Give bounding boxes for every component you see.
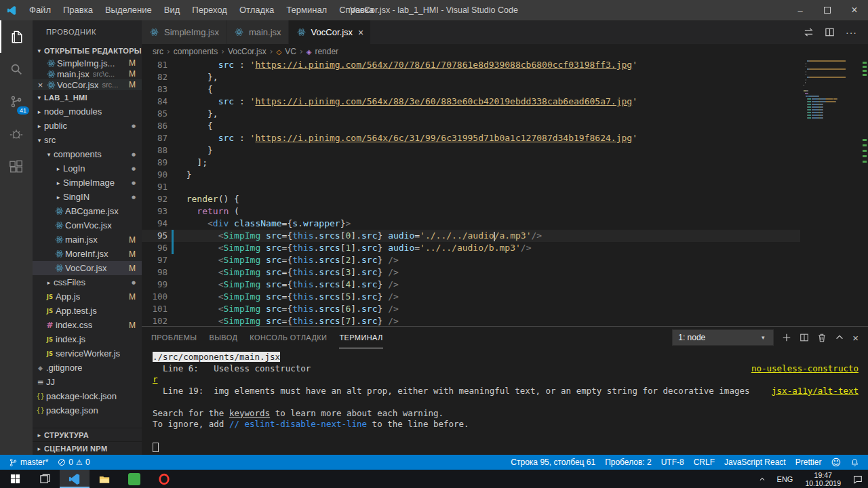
open-editors-section-header[interactable]: ▾ ОТКРЫТЫЕ РЕДАКТОРЫ [33,43,142,58]
cursor-position[interactable]: Строка 95, столбец 61 [506,455,600,470]
minimap[interactable] [803,60,861,120]
menu-item-5[interactable]: Отладка [233,0,280,20]
code-area[interactable]: 81 src : 'https://i.pinimg.com/564x/70/7… [142,59,800,326]
terminal-output[interactable]: ./src/components/main.jsx Line 6: Useles… [142,348,868,455]
tab-simpleimg-jsx[interactable]: SimpleImg.jsx [142,20,226,44]
menu-item-2[interactable]: Выделение [99,0,158,20]
language-mode[interactable]: JavaScript React [719,455,791,470]
maximize-button[interactable] [814,0,841,20]
eslint-rule-link[interactable]: jsx-a11y/alt-text [772,386,859,396]
code-line-88[interactable]: 88 } [142,144,800,157]
encoding-setting[interactable]: UTF-8 [656,455,689,470]
tree-item-moreinf-jsx[interactable]: MoreInf.jsxM [33,247,142,261]
tree-item-public[interactable]: ▸public● [33,119,142,133]
code-line-91[interactable]: 91 [142,181,800,193]
feedback-smiley-icon[interactable]: ☺ [826,455,846,470]
tree-item-gitignore[interactable]: ◆.gitignore [33,361,142,375]
git-branch-indicator[interactable]: master* [4,455,53,470]
eslint-rule-link[interactable]: r [153,374,158,384]
split-terminal-icon[interactable] [800,333,809,342]
breadcrumb-item-components[interactable]: components [174,47,218,56]
menu-item-4[interactable]: Переход [186,0,233,20]
split-editor-icon[interactable] [825,27,835,37]
eol-setting[interactable]: CRLF [689,455,719,470]
tree-item-components[interactable]: ▾components● [33,147,142,161]
tree-item-src[interactable]: ▾src [33,133,142,147]
tray-language-indicator[interactable]: ENG [772,470,799,488]
tab-voccor-jsx[interactable]: VocCor.jsx× [289,20,372,44]
code-line-84[interactable]: 84 src : 'https://i.pinimg.com/564x/88/3… [142,96,800,108]
tree-item-app-js[interactable]: JSApp.jsM [33,289,142,304]
tree-item-voccor-jsx[interactable]: VocCor.jsxM [33,261,142,275]
tree-item-simpleimage[interactable]: ▸SimpleImage● [33,176,142,190]
npm-scripts-section-header[interactable]: ▸ СЦЕНАРИИ NPM [33,441,142,455]
tray-notifications-icon[interactable] [848,470,868,488]
terminal-instance-dropdown[interactable]: 1: node ▾ [672,329,774,346]
taskbar-app-opera[interactable] [149,470,179,488]
code-line-100[interactable]: 100 <SimpImg src={this.srcs[5].src} /> [142,291,800,303]
breadcrumb-item-vc[interactable]: VC [285,47,296,56]
code-line-83[interactable]: 83 { [142,83,800,96]
close-icon[interactable]: × [35,80,45,90]
close-button[interactable]: × [841,0,868,20]
maximize-panel-icon[interactable] [835,333,844,342]
breadcrumb-item-voccor-jsx[interactable]: VocCor.jsx [228,47,267,56]
breadcrumb-item-src[interactable]: src [153,47,163,56]
kill-terminal-trash-icon[interactable] [817,333,827,342]
panel-tab-item[interactable]: ВЫВОД [209,327,237,348]
tree-item-package-json[interactable]: {}package.json [33,403,142,418]
start-button[interactable] [0,470,30,488]
indentation-setting[interactable]: Пробелов: 2 [600,455,656,470]
menu-item-1[interactable]: Правка [57,0,99,20]
tree-item-main-jsx[interactable]: main.jsxM [33,232,142,247]
tree-item-index-js[interactable]: JSindex.js [33,332,142,346]
close-icon[interactable]: × [358,27,363,38]
explorer-icon[interactable] [0,20,33,53]
tray-chevron-up-icon[interactable] [753,470,772,488]
code-line-94[interactable]: 94 <div className={s.wrapper}> [142,218,800,230]
code-line-87[interactable]: 87 src : 'https://i.pinimg.com/564x/6c/3… [142,132,800,144]
tree-item-abcgame-jsx[interactable]: ABCgame.jsx [33,204,142,218]
taskbar-app-green[interactable] [119,470,149,488]
code-line-97[interactable]: 97 <SimpImg src={this.srcs[2].src} /> [142,254,800,266]
open-editor-simpleimg-js[interactable]: SimpleImg.js...M [33,58,142,68]
menu-item-0[interactable]: Файл [23,0,57,20]
open-editor-voccor-jsx[interactable]: ×VocCor.jsxsrc...M [33,79,142,90]
code-line-102[interactable]: 102 <SimpImg src={this.srcs[7].src} /> [142,315,800,326]
code-line-95[interactable]: 95 <SimpImg src={this.srcs[0].src} audio… [142,230,800,242]
project-section-header[interactable]: ▾ LAB_1_HMI [33,90,142,104]
code-line-82[interactable]: 82 }, [142,71,800,83]
tree-item-node-modules[interactable]: ▸node_modules [33,104,142,119]
panel-tab-item[interactable]: ПРОБЛЕМЫ [151,327,197,348]
tree-item-serviceworker-js[interactable]: JSserviceWorker.js [33,346,142,361]
eslint-rule-link[interactable]: no-useless-constructo [751,363,859,373]
notifications-bell-icon[interactable] [846,455,864,470]
taskbar-app-file-explorer[interactable] [90,470,119,488]
panel-tab-item[interactable]: КОНСОЛЬ ОТЛАДКИ [250,327,327,348]
minimize-button[interactable]: – [787,0,814,20]
tree-item-comvoc-jsx[interactable]: ComVoc.jsx [33,218,142,232]
code-line-81[interactable]: 81 src : 'https://i.pinimg.com/564x/70/7… [142,59,800,71]
tree-item-login[interactable]: ▸LogIn● [33,161,142,176]
problems-indicator[interactable]: 0 ⚠ 0 [53,455,94,470]
tray-clock[interactable]: 19:47 10.10.2019 [798,470,848,488]
task-view-icon[interactable] [30,470,60,488]
search-icon[interactable] [0,53,33,85]
new-terminal-icon[interactable] [782,333,791,342]
code-line-85[interactable]: 85 }, [142,108,800,120]
code-line-98[interactable]: 98 <SimpImg src={this.srcs[3].src} /> [142,266,800,279]
outline-section-header[interactable]: ▸ СТРУКТУРА [33,428,142,441]
breadcrumb-item-render[interactable]: render [315,47,338,56]
taskbar-app-vscode[interactable] [60,470,90,488]
tree-item-package-lock-json[interactable]: {}package-lock.json [33,389,142,403]
close-panel-icon[interactable]: × [852,332,859,344]
menu-item-6[interactable]: Терминал [280,0,333,20]
tree-item-jj[interactable]: ≡JJ [33,375,142,389]
tab-main-jsx[interactable]: main.jsx [226,20,289,44]
code-line-92[interactable]: 92 render() { [142,193,800,205]
code-line-89[interactable]: 89 ]; [142,157,800,169]
panel-tab-item[interactable]: ТЕРМИНАЛ [339,327,382,348]
extensions-icon[interactable] [0,150,33,183]
formatter-indicator[interactable]: Prettier [791,455,827,470]
menu-item-3[interactable]: Вид [158,0,186,20]
